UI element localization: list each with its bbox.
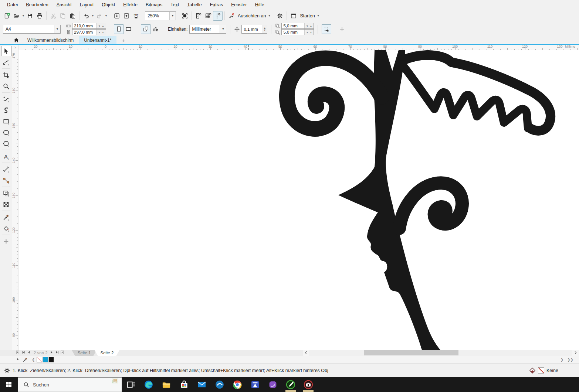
scroll-right-button[interactable]: [572, 350, 579, 356]
spinner-arrows[interactable]: ▼▲: [96, 23, 106, 28]
palette-scroll-end[interactable]: ❯❯: [565, 358, 575, 362]
fill-status-icon[interactable]: [529, 367, 536, 374]
scrollbar-thumb[interactable]: [364, 350, 458, 355]
artwork[interactable]: [18, 50, 579, 350]
outline-status-swatch[interactable]: [538, 367, 544, 374]
landscape-button[interactable]: [123, 24, 133, 34]
zoom-level-combo[interactable]: 250% ▼: [145, 11, 176, 20]
color-swatch-cyan[interactable]: [43, 357, 48, 362]
home-button[interactable]: [0, 36, 22, 45]
customize-plus[interactable]: [1, 236, 11, 246]
snap-button[interactable]: [227, 11, 236, 21]
paste-button[interactable]: [68, 11, 77, 21]
first-page-icon[interactable]: [21, 350, 27, 355]
chevron-down-icon[interactable]: ▼: [169, 12, 176, 20]
launch-button[interactable]: [289, 11, 298, 21]
rulers-toggle-button[interactable]: [194, 11, 203, 21]
menu-item-ansicht[interactable]: Ansicht: [53, 1, 76, 9]
units-value[interactable]: Millimeter: [190, 27, 220, 32]
save-button[interactable]: [25, 11, 35, 21]
horizontal-scrollbar[interactable]: [309, 350, 572, 356]
chevron-down-icon[interactable]: ▼: [104, 14, 108, 17]
taskbar-screen-recorder[interactable]: [299, 377, 317, 392]
zoom-level-value[interactable]: 250%: [145, 13, 169, 18]
add-page-icon[interactable]: [16, 350, 21, 355]
palette-eyedropper-icon[interactable]: [23, 357, 28, 362]
color-swatch-black[interactable]: [48, 357, 54, 362]
text-tool[interactable]: A: [1, 151, 11, 161]
menu-item-hilfe[interactable]: Hilfe: [251, 1, 268, 9]
menu-item-tabelle[interactable]: Tabelle: [183, 1, 206, 9]
menu-item-fenster[interactable]: Fenster: [227, 1, 251, 9]
menu-item-layout[interactable]: Layout: [76, 1, 98, 9]
palette-flyout-icon[interactable]: [16, 358, 20, 362]
options-button[interactable]: [275, 11, 285, 21]
pick-tool[interactable]: [1, 46, 11, 56]
taskbar-coreldraw[interactable]: [282, 377, 299, 392]
taskbar-microsoft-365[interactable]: [264, 377, 282, 392]
portrait-button[interactable]: [114, 24, 123, 34]
new-tab-button[interactable]: +: [116, 36, 130, 45]
palette-scroll-left[interactable]: ❮: [30, 358, 37, 362]
artwork-path[interactable]: [402, 64, 528, 128]
current-page-button[interactable]: [150, 24, 160, 34]
freehand-tool[interactable]: [1, 94, 11, 104]
spinner-arrows[interactable]: ▲▼: [262, 25, 267, 33]
last-page-icon[interactable]: [55, 350, 60, 355]
menu-item-objekt[interactable]: Objekt: [98, 1, 119, 9]
chevron-down-icon[interactable]: ▼: [21, 14, 25, 17]
ellipse-tool[interactable]: [1, 127, 11, 137]
page-width-field[interactable]: 210,0 mm▼▲: [72, 23, 106, 29]
color-swatch-no-color[interactable]: [37, 357, 42, 362]
snap-label[interactable]: Ausrichten an: [236, 13, 267, 18]
spinner-arrows[interactable]: ▼▲: [304, 30, 314, 35]
dimension-tool[interactable]: [1, 164, 11, 174]
fill-tool[interactable]: [1, 223, 11, 234]
page-height-field[interactable]: 297,0 mm▼▲: [72, 29, 106, 35]
menu-item-bitmaps[interactable]: Bitmaps: [142, 1, 166, 9]
duplicate-y-field[interactable]: 5,0 mm▼▲: [281, 29, 314, 35]
eyedropper-tool[interactable]: [1, 212, 11, 222]
launch-label[interactable]: Starten: [298, 13, 316, 18]
chevron-down-icon[interactable]: ▼: [316, 14, 320, 17]
artistic-media-tool[interactable]: [1, 105, 11, 115]
menu-item-extras[interactable]: Extras: [206, 1, 227, 9]
vertical-ruler[interactable]: 17016015014013012011010090: [12, 50, 18, 350]
scroll-left-button[interactable]: [303, 350, 309, 356]
connector-tool[interactable]: [1, 175, 11, 185]
add-page-icon[interactable]: [60, 350, 66, 355]
chevron-down-icon[interactable]: ▼: [91, 14, 95, 17]
transparency-tool[interactable]: [1, 199, 11, 209]
taskbar-openoffice[interactable]: [211, 377, 228, 392]
page-size-value[interactable]: A4: [3, 27, 54, 32]
taskbar-chrome[interactable]: [228, 377, 246, 392]
previous-page-icon[interactable]: [27, 350, 32, 355]
artwork-path[interactable]: [399, 183, 462, 228]
chevron-down-icon[interactable]: ▼: [267, 14, 271, 17]
all-pages-button[interactable]: [141, 24, 150, 34]
import-button[interactable]: [112, 11, 122, 21]
taskbar-file-explorer[interactable]: [158, 377, 175, 392]
tab-document[interactable]: Unbenannt-1*: [79, 36, 116, 45]
taskbar-mail[interactable]: [193, 377, 211, 392]
menu-item-text[interactable]: Text: [166, 1, 183, 9]
taskbar-edge[interactable]: [140, 377, 158, 392]
ruler-origin[interactable]: [12, 45, 18, 50]
taskbar-task-view[interactable]: [122, 377, 140, 392]
add-button[interactable]: [337, 24, 347, 34]
duplicate-x-field[interactable]: 5,0 mm▼▲: [281, 23, 314, 29]
menu-item-effekte[interactable]: Effekte: [119, 1, 142, 9]
chevron-down-icon[interactable]: ▼: [54, 25, 60, 33]
drop-shadow-tool[interactable]: [1, 188, 11, 198]
crop-tool[interactable]: [1, 70, 11, 80]
rectangle-tool[interactable]: [1, 116, 11, 126]
menu-item-bearbeiten[interactable]: Bearbeiten: [22, 1, 52, 9]
start-button[interactable]: [0, 377, 18, 392]
tab-welcome-screen[interactable]: Willkommensbildschirm: [22, 36, 79, 45]
status-gear-icon[interactable]: [4, 367, 10, 374]
treat-as-filled-button[interactable]: [322, 24, 331, 34]
units-combo[interactable]: Millimeter ▼: [189, 25, 226, 34]
polygon-tool[interactable]: [1, 138, 11, 149]
next-page-icon[interactable]: [49, 350, 55, 355]
search-highlight-image[interactable]: [112, 378, 118, 384]
